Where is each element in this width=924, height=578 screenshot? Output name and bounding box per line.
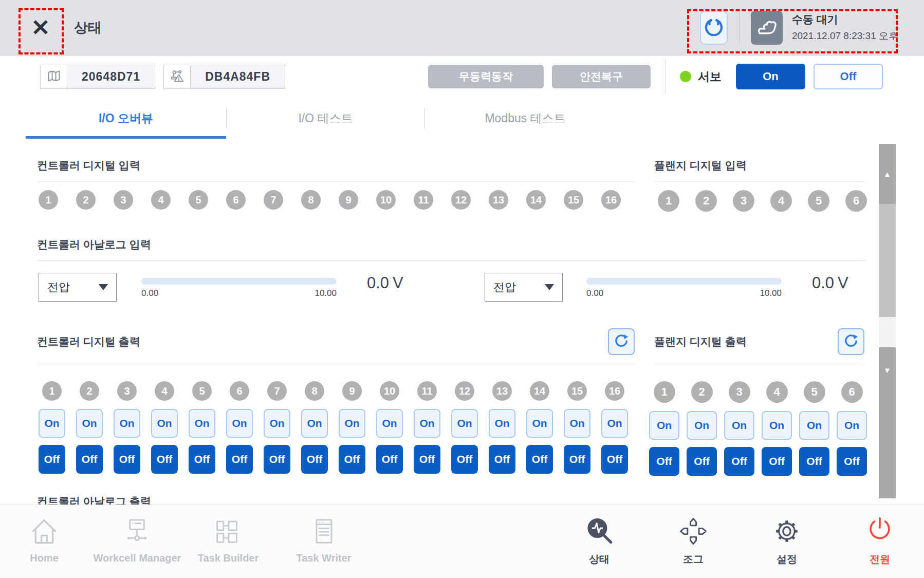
do-3-off-button[interactable]: Off [724,447,754,476]
do-6-on-button[interactable]: On [837,411,867,440]
channel-indicator-2: 2 [80,381,99,401]
do-15-off-button[interactable]: Off [564,445,590,474]
do-11-on-button[interactable]: On [414,409,440,438]
do-7-off-button[interactable]: Off [264,445,290,474]
scrollbar-track[interactable] [879,317,896,347]
do-5-off-button[interactable]: Off [189,445,215,474]
do-5-on-button[interactable]: On [189,409,215,438]
analog-type-select-2[interactable]: 전압 [485,273,563,302]
do-2-on-button[interactable]: On [76,409,103,438]
robot-serial-badge[interactable]: 20648D71 [40,65,155,89]
do-10-off-button[interactable]: Off [376,445,403,474]
do-6-off-button[interactable]: Off [837,447,867,476]
top-header-bar: ✕ 상태 [0,0,924,55]
do-12-on-button[interactable]: On [451,409,478,438]
nav-task-writer[interactable]: Task Writer [296,512,351,564]
output-channel-12: 12OnOff [451,381,478,474]
do-6-off-button[interactable]: Off [226,445,253,474]
nav-workcell-manager[interactable]: Workcell Manager [94,512,181,564]
do-7-on-button[interactable]: On [264,409,290,438]
vertical-scrollbar[interactable]: ▲ ▼ [879,144,896,498]
flange-do-columns: 1OnOff2OnOff3OnOff4OnOff5OnOff6OnOff [649,381,864,476]
robot-mode-status[interactable] [751,11,783,45]
nav-home[interactable]: Home [28,512,60,564]
slider-scale: 0.00 10.00 [141,288,337,299]
do-5-off-button[interactable]: Off [799,447,829,476]
chevron-down-icon [99,284,108,290]
close-button[interactable]: ✕ [26,13,56,43]
nav-status[interactable]: 상태 [583,512,615,566]
do-3-off-button[interactable]: Off [114,445,140,474]
scrollbar-down-button[interactable]: ▼ [879,347,896,498]
servo-label: 서보 [698,69,722,85]
task-writer-icon [296,512,351,550]
do-9-on-button[interactable]: On [339,409,365,438]
robot-mode-label: 수동 대기 [792,12,898,27]
scroll-up-icon: ▲ [883,170,891,178]
do-5-on-button[interactable]: On [799,411,829,440]
servo-off-button[interactable]: Off [814,64,883,89]
do-1-off-button[interactable]: Off [39,445,65,474]
do-11-off-button[interactable]: Off [414,445,440,474]
do-4-on-button[interactable]: On [762,411,792,440]
refresh-flange-do-button[interactable] [838,328,864,355]
servo-on-button[interactable]: On [736,64,805,89]
do-12-off-button[interactable]: Off [451,445,478,474]
do-9-off-button[interactable]: Off [339,445,365,474]
do-1-on-button[interactable]: On [649,411,679,440]
refresh-controller-do-button[interactable] [608,328,635,355]
analog-type-select-1[interactable]: 전압 [39,273,117,302]
tab-io-test[interactable]: I/O 테스트 [227,98,424,139]
slider-track[interactable] [586,278,782,285]
do-2-off-button[interactable]: Off [76,445,103,474]
tab-io-overview[interactable]: I/O 오버뷰 [26,98,226,139]
io-overview-panel: 컨트롤러 디지털 입력 12345678910111213141516 플랜지 … [0,139,924,505]
channel-indicator-2: 2 [691,381,713,403]
safety-recovery-button[interactable]: 안전복구 [552,65,651,88]
nav-label: Home [28,552,60,564]
tab-modbus-test[interactable]: Modbus 테스트 [425,98,625,139]
nav-task-builder[interactable]: Task Builder [198,512,259,564]
nav-jog[interactable]: 조그 [678,512,708,566]
nav-settings[interactable]: 설정 [771,512,802,566]
do-15-on-button[interactable]: On [564,409,590,438]
slider-track[interactable] [141,278,337,285]
do-6-on-button[interactable]: On [226,409,253,438]
do-2-on-button[interactable]: On [687,411,717,440]
backdrive-button[interactable]: 무동력동작 [428,65,544,88]
do-10-on-button[interactable]: On [376,409,403,438]
channel-indicator-4: 4 [155,381,174,401]
output-channel-14: 14OnOff [526,381,553,474]
analog-slider-1[interactable]: 0.00 10.00 [141,278,337,299]
do-1-off-button[interactable]: Off [649,447,679,476]
robot-gripper-button[interactable] [700,11,728,45]
output-channel-6: 6OnOff [226,381,253,474]
nav-power[interactable]: 전원 [864,512,895,566]
do-4-on-button[interactable]: On [151,409,178,438]
do-1-on-button[interactable]: On [39,409,65,438]
do-3-on-button[interactable]: On [114,409,140,438]
do-2-off-button[interactable]: Off [687,447,717,476]
do-8-on-button[interactable]: On [301,409,328,438]
scrollbar-thumb[interactable] [879,204,896,317]
task-builder-icon [198,512,259,550]
do-13-on-button[interactable]: On [489,409,515,438]
analog-value-number: 0.0 [367,274,389,292]
do-3-on-button[interactable]: On [724,411,754,440]
do-8-off-button[interactable]: Off [301,445,328,474]
slider-max: 10.00 [760,288,782,299]
channel-indicator-4: 4 [770,190,792,212]
analog-slider-2[interactable]: 0.00 10.00 [586,278,782,299]
do-4-off-button[interactable]: Off [762,447,792,476]
do-13-off-button[interactable]: Off [489,445,515,474]
do-16-off-button[interactable]: Off [601,445,628,474]
do-14-off-button[interactable]: Off [526,445,553,474]
controller-serial-badge[interactable]: DB4A84FB [163,65,285,89]
do-14-on-button[interactable]: On [526,409,553,438]
do-4-off-button[interactable]: Off [151,445,178,474]
output-channel-8: 8OnOff [301,381,328,474]
channel-indicator-6: 6 [226,190,246,210]
scrollbar-up-button[interactable]: ▲ [879,144,896,204]
do-16-on-button[interactable]: On [601,409,628,438]
output-channel-16: 16OnOff [601,381,628,474]
